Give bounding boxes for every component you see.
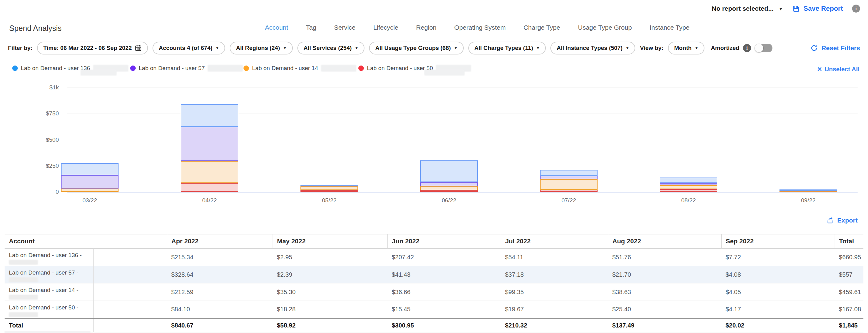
bar-segment-lab-on-demand-user-57[interactable] bbox=[540, 176, 597, 180]
filter-all-services-254[interactable]: All Services (254)▼ bbox=[298, 42, 365, 55]
bar-segment-lab-on-demand-user-14[interactable] bbox=[301, 187, 358, 190]
bar-segment-lab-on-demand-user-57[interactable] bbox=[181, 127, 238, 161]
redacted-text bbox=[321, 65, 356, 72]
bar-segment-lab-on-demand-user-14[interactable] bbox=[660, 185, 717, 189]
bar-segment-lab-on-demand-user-136[interactable] bbox=[301, 185, 358, 186]
amortized-toggle[interactable] bbox=[755, 44, 772, 52]
tab-region[interactable]: Region bbox=[416, 24, 436, 31]
view-by-dropdown[interactable]: Month ▼ bbox=[668, 42, 705, 55]
stacked-bar-08-22[interactable] bbox=[660, 177, 717, 192]
filter-value: Accounts 4 (of 674) bbox=[159, 45, 212, 52]
info-icon[interactable]: i bbox=[743, 44, 751, 52]
spacer-cell bbox=[93, 301, 167, 318]
table-row: Lab on Demand - user 57 -$328.64$2.39$41… bbox=[5, 266, 863, 284]
bar-segment-lab-on-demand-user-136[interactable] bbox=[660, 177, 717, 183]
filter-all-charge-types-11[interactable]: All Charge Types (11)▼ bbox=[468, 42, 546, 55]
legend-dot-icon bbox=[358, 66, 364, 71]
value-cell: $38.63 bbox=[608, 284, 721, 301]
column-header-jun-2022: Jun 2022 bbox=[388, 234, 501, 248]
bar-segment-lab-on-demand-user-57[interactable] bbox=[420, 182, 478, 187]
amortized-label: Amortized bbox=[711, 45, 739, 52]
reset-filters-button[interactable]: Reset Filters bbox=[810, 44, 860, 52]
chevron-down-icon: ▼ bbox=[536, 46, 540, 50]
column-header-jul-2022: Jul 2022 bbox=[501, 234, 608, 248]
tab-usage-type-group[interactable]: Usage Type Group bbox=[578, 24, 632, 31]
bar-segment-lab-on-demand-user-50[interactable] bbox=[540, 190, 597, 192]
value-cell: $7.72 bbox=[721, 248, 835, 266]
stacked-bar-03-22[interactable] bbox=[61, 163, 119, 192]
tab-tag[interactable]: Tag bbox=[306, 24, 316, 31]
filter-all-regions-24[interactable]: All Regions (24)▼ bbox=[230, 42, 292, 55]
stacked-bar-05-22[interactable] bbox=[301, 186, 358, 192]
total-value-cell: $20.02 bbox=[721, 318, 835, 332]
bar-segment-lab-on-demand-user-136[interactable] bbox=[540, 170, 597, 175]
tab-instance-type[interactable]: Instance Type bbox=[650, 24, 689, 31]
legend-dot-icon bbox=[244, 66, 249, 71]
value-cell: $25.40 bbox=[608, 301, 721, 318]
value-cell: $19.67 bbox=[501, 301, 608, 318]
account-name: Lab on Demand - user 14 - bbox=[9, 287, 93, 293]
value-cell: $15.45 bbox=[388, 301, 501, 318]
value-cell: $36.66 bbox=[388, 284, 501, 301]
filter-value: All Usage Type Groups (68) bbox=[375, 45, 451, 52]
bar-segment-lab-on-demand-user-136[interactable] bbox=[420, 160, 478, 182]
bar-segment-lab-on-demand-user-50[interactable] bbox=[301, 190, 358, 192]
value-cell: $2.95 bbox=[273, 248, 388, 266]
bar-segment-lab-on-demand-user-57[interactable] bbox=[660, 183, 717, 185]
y-axis-tick-label: $250 bbox=[0, 163, 59, 169]
account-cell: Lab on Demand - user 57 - bbox=[5, 266, 93, 284]
stacked-bar-04-22[interactable] bbox=[181, 104, 238, 192]
account-name: Lab on Demand - user 50 - bbox=[9, 304, 93, 311]
value-cell: $167.08 bbox=[835, 301, 863, 318]
account-cell: Lab on Demand - user 14 - bbox=[5, 284, 93, 301]
spacer-cell bbox=[93, 266, 167, 284]
bar-segment-lab-on-demand-user-50[interactable] bbox=[660, 189, 717, 192]
x-axis-tick-label: 06/22 bbox=[420, 197, 478, 204]
tab-service[interactable]: Service bbox=[334, 24, 355, 31]
bar-segment-lab-on-demand-user-136[interactable] bbox=[181, 104, 238, 126]
value-cell: $4.08 bbox=[721, 266, 835, 284]
spend-bar-chart: $1k$750$500$250003/2204/2205/2206/2207/2… bbox=[0, 82, 868, 211]
redacted-text bbox=[9, 260, 38, 265]
page-title: Spend Analysis bbox=[9, 24, 62, 33]
bar-segment-lab-on-demand-user-57[interactable] bbox=[61, 175, 119, 189]
filter-accounts-4-of-674[interactable]: Accounts 4 (of 674)▼ bbox=[153, 42, 225, 55]
stacked-bar-07-22[interactable] bbox=[540, 170, 597, 192]
tab-lifecycle[interactable]: Lifecycle bbox=[373, 24, 399, 31]
view-by-value: Month bbox=[674, 45, 691, 52]
info-icon[interactable]: i bbox=[852, 5, 860, 12]
legend-item-lab-on-demand-user-14[interactable]: Lab on Demand - user 14 bbox=[244, 65, 356, 72]
value-cell: $660.95 bbox=[835, 248, 863, 266]
bar-segment-lab-on-demand-user-136[interactable] bbox=[779, 190, 837, 191]
tab-operating-system[interactable]: Operating System bbox=[454, 24, 506, 31]
report-selector-dropdown[interactable]: No report selected... ▼ bbox=[712, 5, 783, 12]
bar-segment-lab-on-demand-user-14[interactable] bbox=[181, 161, 238, 183]
filter-all-instance-types-507[interactable]: All Instance Types (507)▼ bbox=[550, 42, 635, 55]
table-total-row: Total$840.67$58.92$300.95$210.32$137.49$… bbox=[5, 318, 863, 332]
bar-segment-lab-on-demand-user-14[interactable] bbox=[540, 179, 597, 190]
table-row: Lab on Demand - user 136 -$215.34$2.95$2… bbox=[5, 248, 863, 266]
bar-segment-lab-on-demand-user-50[interactable] bbox=[420, 190, 478, 192]
tab-account[interactable]: Account bbox=[265, 24, 288, 31]
stacked-bar-06-22[interactable] bbox=[420, 160, 478, 192]
redacted-text bbox=[424, 70, 465, 76]
time-range-filter[interactable]: Time: 06 Mar 2022 - 06 Sep 2022 bbox=[37, 42, 148, 55]
legend-item-lab-on-demand-user-57[interactable]: Lab on Demand - user 57 bbox=[130, 65, 243, 72]
value-cell: $99.35 bbox=[501, 284, 608, 301]
bar-segment-lab-on-demand-user-50[interactable] bbox=[181, 183, 238, 192]
redacted-text bbox=[208, 65, 243, 72]
filter-by-label: Filter by: bbox=[8, 45, 32, 52]
filter-value: All Regions (24) bbox=[236, 45, 280, 52]
filter-all-usage-type-groups-68[interactable]: All Usage Type Groups (68)▼ bbox=[369, 42, 464, 55]
bar-segment-lab-on-demand-user-14[interactable] bbox=[61, 189, 119, 192]
bar-segment-lab-on-demand-user-136[interactable] bbox=[61, 163, 119, 175]
unselect-all-button[interactable]: ✕ Unselect All bbox=[817, 66, 860, 73]
save-report-button[interactable]: Save Report bbox=[792, 5, 843, 12]
stacked-bar-09-22[interactable] bbox=[779, 190, 837, 192]
tab-charge-type[interactable]: Charge Type bbox=[523, 24, 560, 31]
export-button[interactable]: Export bbox=[827, 217, 858, 224]
legend-dot-icon bbox=[130, 66, 136, 71]
bar-segment-lab-on-demand-user-14[interactable] bbox=[420, 187, 478, 190]
chevron-down-icon: ▼ bbox=[216, 46, 219, 50]
value-cell: $207.42 bbox=[388, 248, 501, 266]
